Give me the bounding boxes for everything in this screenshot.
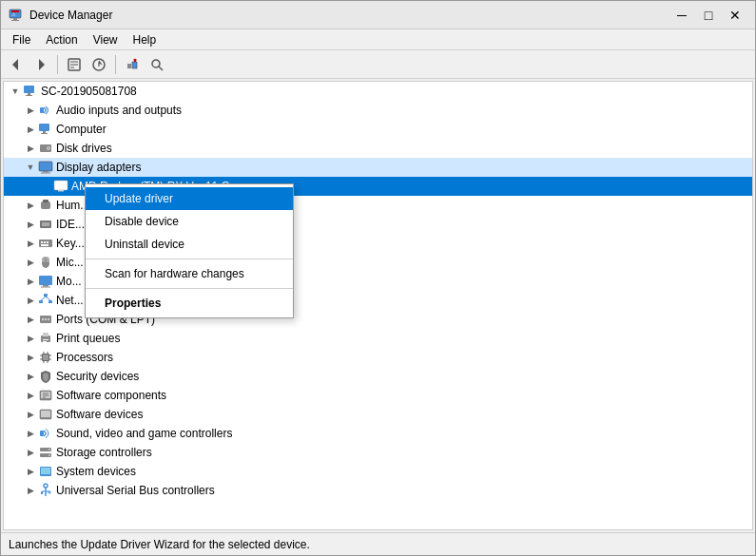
svg-line-15: [135, 59, 136, 62]
ports-expander[interactable]: ▶: [23, 312, 38, 327]
sound-icon: [38, 426, 53, 441]
tree-item-display[interactable]: ▼ Display adapters: [4, 158, 752, 177]
system-icon: [38, 464, 53, 479]
security-label: Security devices: [56, 370, 752, 383]
system-expander[interactable]: ▶: [23, 464, 38, 479]
network-expander[interactable]: ▶: [23, 293, 38, 308]
ctx-disable-device[interactable]: Disable device: [86, 210, 293, 233]
root-expander[interactable]: ▼: [8, 84, 23, 99]
tree-item-security[interactable]: ▶ Security devices: [4, 367, 752, 386]
ctx-properties[interactable]: Properties: [86, 292, 293, 315]
svg-rect-28: [39, 162, 52, 171]
disk-icon: [38, 141, 53, 156]
status-text: Launches the Update Driver Wizard for th…: [9, 538, 310, 551]
ctx-uninstall-device[interactable]: Uninstall device: [86, 233, 293, 256]
display-child-icon: [53, 179, 68, 194]
ide-expander[interactable]: ▶: [23, 217, 38, 232]
usb-expander[interactable]: ▶: [23, 483, 38, 498]
tree-root[interactable]: ▼ SC-201905081708: [4, 82, 752, 101]
svg-rect-33: [41, 201, 50, 209]
software-comp-label: Software components: [56, 389, 752, 402]
tree-item-computer[interactable]: ▶ Computer: [4, 120, 752, 139]
window-title: Device Manager: [29, 9, 669, 22]
computer-label: Computer: [56, 123, 752, 136]
tree-item-storage[interactable]: ▶ Storage controllers: [4, 443, 752, 462]
storage-expander[interactable]: ▶: [23, 445, 38, 460]
toolbar: [1, 50, 755, 79]
svg-rect-21: [40, 107, 44, 113]
ctx-update-driver[interactable]: Update driver: [86, 187, 293, 210]
tree-item-software-comp[interactable]: ▶ Software components: [4, 386, 752, 405]
svg-point-82: [48, 454, 50, 456]
tree-item-usb[interactable]: ▶ Universal Serial Bus controllers: [4, 481, 752, 500]
menu-help[interactable]: Help: [126, 31, 165, 48]
update-driver-button[interactable]: [87, 53, 110, 76]
hid-icon: [38, 198, 53, 213]
properties-button[interactable]: [63, 53, 86, 76]
security-expander[interactable]: ▶: [23, 369, 38, 384]
back-button[interactable]: [5, 53, 28, 76]
monitors-icon: [38, 274, 53, 289]
tree-item-sound[interactable]: ▶ Sound, video and game controllers: [4, 424, 752, 443]
svg-rect-84: [41, 468, 50, 474]
svg-rect-49: [39, 300, 43, 303]
print-expander[interactable]: ▶: [23, 331, 38, 346]
hid-expander[interactable]: ▶: [23, 198, 38, 213]
svg-rect-19: [28, 93, 30, 95]
software-comp-icon: [38, 388, 53, 403]
maximize-button[interactable]: □: [696, 6, 721, 25]
tree-item-system[interactable]: ▶ System devices: [4, 462, 752, 481]
app-icon: ⚠: [9, 8, 24, 23]
sound-label: Sound, video and game controllers: [56, 427, 752, 440]
network-icon: [38, 293, 53, 308]
monitors-expander[interactable]: ▶: [23, 274, 38, 289]
svg-rect-2: [11, 20, 19, 21]
security-icon: [38, 369, 53, 384]
sound-expander[interactable]: ▶: [23, 426, 38, 441]
tree-item-proc[interactable]: ▶ Processors: [4, 348, 752, 367]
svg-line-52: [46, 297, 50, 300]
usb-icon: [38, 483, 53, 498]
proc-icon: [38, 350, 53, 365]
audio-label: Audio inputs and outputs: [56, 104, 752, 117]
display-expander[interactable]: ▼: [23, 160, 38, 175]
menu-view[interactable]: View: [86, 31, 126, 48]
tree-item-print[interactable]: ▶ Print queues: [4, 329, 752, 348]
window-controls: ─ □ ✕: [669, 6, 747, 25]
tree-item-audio[interactable]: ▶ Audio inputs and outputs: [4, 101, 752, 120]
svg-rect-30: [41, 173, 50, 174]
system-label: System devices: [56, 465, 752, 478]
close-button[interactable]: ✕: [723, 6, 747, 25]
computer2-icon: [38, 122, 53, 137]
menu-action[interactable]: Action: [38, 31, 85, 48]
ctx-separator-2: [86, 288, 293, 289]
keyboard-expander[interactable]: ▶: [23, 236, 38, 251]
scan-button[interactable]: [145, 53, 168, 76]
svg-rect-48: [44, 294, 48, 297]
proc-expander[interactable]: ▶: [23, 350, 38, 365]
svg-point-55: [45, 318, 47, 320]
disk-expander[interactable]: ▶: [23, 141, 38, 156]
software-dev-icon: [38, 407, 53, 422]
svg-line-51: [41, 297, 46, 300]
svg-rect-40: [47, 241, 48, 243]
computer-expander[interactable]: ▶: [23, 122, 38, 137]
forward-button[interactable]: [29, 53, 52, 76]
audio-icon: [38, 103, 53, 118]
svg-rect-36: [42, 222, 49, 226]
software-dev-expander[interactable]: ▶: [23, 407, 38, 422]
tree-item-disk[interactable]: ▶ Disk drives: [4, 139, 752, 158]
svg-rect-58: [43, 333, 48, 336]
context-menu: Update driver Disable device Uninstall d…: [85, 183, 294, 318]
ctx-separator-1: [86, 259, 293, 259]
minimize-button[interactable]: ─: [669, 6, 694, 25]
uninstall-button[interactable]: [121, 53, 144, 76]
svg-rect-31: [54, 181, 68, 190]
menu-file[interactable]: File: [5, 31, 38, 48]
tree-item-software-dev[interactable]: ▶ Software devices: [4, 405, 752, 424]
ctx-scan-hardware[interactable]: Scan for hardware changes: [86, 262, 293, 285]
software-comp-expander[interactable]: ▶: [23, 388, 38, 403]
svg-rect-12: [127, 64, 131, 68]
mice-expander[interactable]: ▶: [23, 255, 38, 270]
audio-expander[interactable]: ▶: [23, 103, 38, 118]
